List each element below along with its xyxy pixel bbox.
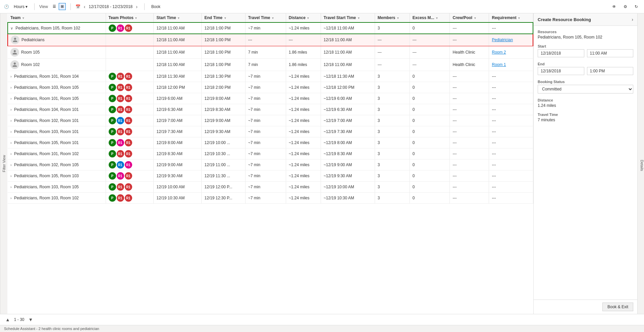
table-row[interactable]: › Pediatricians, Room 105, Room 103 P R1… bbox=[8, 171, 533, 182]
avatar-group: P R1 R1 bbox=[109, 24, 151, 32]
panel-arrow-icon[interactable]: › bbox=[632, 17, 633, 22]
expand-icon[interactable]: › bbox=[10, 130, 12, 134]
start-label: Start bbox=[538, 44, 633, 48]
avatar: R1 bbox=[117, 172, 124, 180]
prev-date-button[interactable]: ‹ bbox=[82, 3, 88, 10]
col-header-crew[interactable]: Crew/Pool ▾ bbox=[450, 13, 489, 22]
team-name: Pediatricians, Room 101, Room 102 bbox=[14, 151, 79, 156]
col-header-travel[interactable]: Travel Time ▾ bbox=[245, 13, 286, 22]
start-time: 12/18 11:00 AM bbox=[154, 46, 202, 59]
start-time-input[interactable] bbox=[587, 49, 634, 57]
team-name: Pediatricians, Room 101, Room 105 bbox=[14, 96, 79, 101]
avatar: R1 bbox=[125, 150, 132, 157]
start-time: 12/18 11:00 AM bbox=[154, 34, 202, 46]
col-header-excess[interactable]: Excess M... ▾ bbox=[410, 13, 450, 22]
table-row[interactable]: › Pediatricians, Room 103, Room 102 P R1… bbox=[8, 193, 533, 204]
avatar: R1 bbox=[117, 194, 124, 202]
col-header-start[interactable]: Start Time ▾ bbox=[154, 13, 202, 22]
table-row[interactable]: › Pediatricians, Room 102, Room 101 P R1… bbox=[8, 115, 533, 126]
table-row[interactable]: Pediatricians 12/18 11:00 AM 12/18 1:00 … bbox=[8, 34, 533, 46]
avatar: R1 bbox=[117, 117, 124, 124]
expand-icon[interactable]: › bbox=[10, 96, 12, 101]
status-text: Schedule Assistant - 2 health clinic roo… bbox=[4, 327, 99, 331]
book-exit-button[interactable]: Book & Exit bbox=[602, 303, 633, 311]
start-date-input[interactable] bbox=[538, 49, 584, 57]
table-row[interactable]: › Pediatricians, Room 101, Room 105 P R1… bbox=[8, 93, 533, 104]
requirement[interactable]: Room 2 bbox=[489, 46, 533, 59]
end-time-input[interactable] bbox=[587, 67, 634, 75]
avatar-group: P R1 R1 bbox=[109, 117, 151, 124]
requirement[interactable]: Pediatrician bbox=[489, 34, 533, 46]
col-header-photos[interactable]: Team Photos ▾ bbox=[106, 13, 154, 22]
book-button[interactable]: Book bbox=[149, 4, 162, 10]
filter-view-label[interactable]: Filter View bbox=[0, 13, 7, 314]
view-grid-button[interactable]: ⊞ bbox=[59, 3, 66, 10]
team-name: Room 105 bbox=[21, 50, 40, 55]
col-header-end[interactable]: End Time ▾ bbox=[202, 13, 245, 22]
view-list-button[interactable]: ☰ bbox=[51, 3, 58, 10]
table-row[interactable]: › Pediatricians, Room 101, Room 104 P R1… bbox=[8, 71, 533, 82]
avatar: P bbox=[109, 24, 116, 32]
table-row[interactable]: Room 102 12/18 11:00 AM 12/18 1:00 PM 7 … bbox=[8, 59, 533, 71]
avatar: R1 bbox=[117, 183, 124, 191]
end-section: End bbox=[538, 62, 633, 75]
expand-icon[interactable]: › bbox=[10, 163, 12, 167]
pagination-prev-button[interactable]: ▲ bbox=[4, 316, 11, 323]
avatar: R1 bbox=[125, 73, 132, 80]
table-row[interactable]: ∨ Pediatricians, Room 105, Room 102 P R1… bbox=[8, 22, 533, 34]
expand-icon[interactable]: › bbox=[10, 152, 12, 156]
requirement[interactable]: Room 1 bbox=[489, 59, 533, 71]
expand-icon[interactable]: › bbox=[10, 85, 12, 89]
expand-icon[interactable]: › bbox=[10, 141, 12, 145]
next-date-button[interactable]: › bbox=[134, 3, 140, 10]
end-time: 12/18 1:00 PM bbox=[202, 59, 245, 71]
hours-button[interactable]: Hours ▾ bbox=[12, 4, 30, 10]
end-date-input[interactable] bbox=[538, 67, 584, 75]
col-header-distance[interactable]: Distance ▾ bbox=[286, 13, 321, 22]
end-time: 12/18 1:00 PM bbox=[202, 22, 245, 34]
avatar: P bbox=[109, 95, 116, 102]
eye-button[interactable]: 👁 bbox=[610, 4, 618, 10]
col-header-team[interactable]: Team ▾ bbox=[8, 13, 106, 22]
expand-icon[interactable]: › bbox=[10, 196, 12, 200]
col-header-tstart[interactable]: Travel Start Time ▾ bbox=[321, 13, 375, 22]
table-header-row: Team ▾ Team Photos ▾ Start Time ▾ End Ti… bbox=[8, 13, 533, 22]
requirement-link[interactable]: Room 2 bbox=[492, 50, 506, 55]
table-row[interactable]: › Pediatricians, Room 103, Room 101 P R1… bbox=[8, 126, 533, 137]
sort-icon-distance: ▾ bbox=[307, 16, 309, 20]
resources-label: Resources bbox=[538, 30, 633, 34]
separator-2 bbox=[70, 3, 71, 10]
requirement-link[interactable]: Room 1 bbox=[492, 62, 506, 67]
travel-time: ~7 min bbox=[245, 22, 286, 34]
avatar-person bbox=[10, 48, 19, 57]
table-row[interactable]: › Pediatricians, Room 104, Room 101 P R1… bbox=[8, 104, 533, 115]
table-container[interactable]: Team ▾ Team Photos ▾ Start Time ▾ End Ti… bbox=[7, 13, 533, 314]
col-header-members[interactable]: Members ▾ bbox=[375, 13, 410, 22]
distance: ~1.24 miles bbox=[286, 22, 321, 34]
calendar-icon: 📅 bbox=[75, 4, 80, 9]
expand-icon[interactable]: › bbox=[10, 108, 12, 112]
settings-button[interactable]: ⚙ bbox=[622, 4, 629, 10]
table-row[interactable]: › Pediatricians, Room 103, Room 105 P R1… bbox=[8, 182, 533, 193]
requirement-link[interactable]: Pediatrician bbox=[492, 38, 513, 42]
team-name: Pediatricians, Room 101, Room 104 bbox=[14, 74, 79, 79]
avatar: R1 bbox=[117, 161, 124, 169]
expand-icon[interactable]: › bbox=[10, 119, 12, 123]
table-row[interactable]: › Pediatricians, Room 101, Room 102 P R1… bbox=[8, 148, 533, 159]
avatar-group: P R1 R1 bbox=[109, 84, 151, 91]
booking-status-select[interactable]: Committed Tentative bbox=[538, 85, 633, 93]
table-row[interactable]: Room 105 12/18 11:00 AM 12/18 1:00 PM 7 … bbox=[8, 46, 533, 59]
expand-icon[interactable]: ∨ bbox=[10, 26, 13, 30]
details-tab[interactable]: Details bbox=[637, 13, 644, 314]
view-icons: ☰ ⊞ bbox=[51, 3, 66, 10]
table-row[interactable]: › Pediatricians, Room 103, Room 105 P R1… bbox=[8, 82, 533, 93]
col-header-req[interactable]: Requirement ▾ bbox=[489, 13, 533, 22]
avatar-group: P R1 R1 bbox=[109, 139, 151, 146]
pagination-next-button[interactable]: ▼ bbox=[27, 316, 35, 323]
table-row[interactable]: › Pediatricians, Room 105, Room 101 P R1… bbox=[8, 137, 533, 148]
expand-icon[interactable]: › bbox=[10, 185, 12, 189]
expand-icon[interactable]: › bbox=[10, 174, 12, 178]
refresh-button[interactable]: ↻ bbox=[633, 4, 640, 10]
table-row[interactable]: › Pediatricians, Room 102, Room 105 P R1… bbox=[8, 159, 533, 171]
expand-icon[interactable]: › bbox=[10, 74, 12, 78]
